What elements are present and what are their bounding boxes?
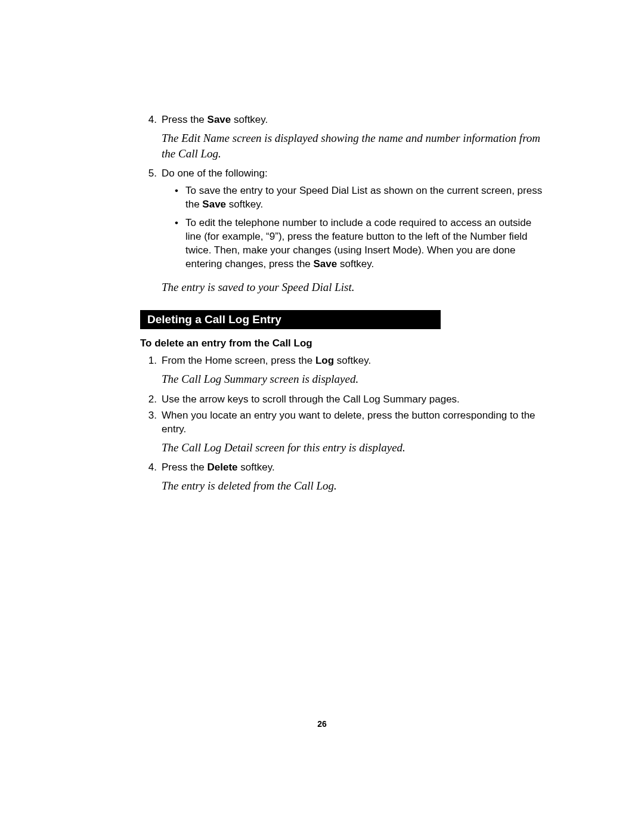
del-step-4: 4. Press the Delete softkey.: [140, 461, 543, 475]
step-4-number: 4.: [140, 113, 162, 127]
section-heading-delete-call-log: Deleting a Call Log Entry: [140, 310, 441, 329]
bullet-edit-b: softkey.: [337, 258, 374, 270]
bullet-save-body: To save the entry to your Speed Dial Lis…: [185, 184, 543, 212]
bullet-dot-icon: •: [175, 216, 185, 271]
bullet-save: • To save the entry to your Speed Dial L…: [162, 184, 543, 212]
bullet-save-bold: Save: [202, 199, 226, 210]
bullet-edit-body: To edit the telephone number to include …: [185, 216, 543, 271]
del-step-4-b: softkey.: [238, 462, 275, 473]
sub-heading-delete: To delete an entry from the Call Log: [140, 337, 543, 349]
step-4-bold: Save: [208, 114, 231, 125]
del-step-4-bold: Delete: [208, 462, 238, 473]
step-4-text-a: Press the: [162, 114, 208, 125]
del-step-2-body: Use the arrow keys to scroll through the…: [162, 393, 543, 407]
page-number: 26: [0, 719, 644, 729]
step-4-text-b: softkey.: [231, 114, 268, 125]
document-page: 4. Press the Save softkey. The Edit Name…: [0, 0, 644, 494]
step-4-body: Press the Save softkey.: [162, 113, 543, 127]
bullet-dot-icon: •: [175, 184, 185, 212]
del-step-4-a: Press the: [162, 462, 208, 473]
del-step-3-body: When you locate an entry you want to del…: [162, 409, 543, 436]
detail-note: The Call Log Detail screen for this entr…: [162, 440, 543, 456]
del-step-1: 1. From the Home screen, press the Log s…: [140, 354, 543, 368]
bullet-edit: • To edit the telephone number to includ…: [162, 216, 543, 271]
del-step-1-body: From the Home screen, press the Log soft…: [162, 354, 543, 368]
step-5: 5. Do one of the following: • To save th…: [140, 167, 543, 276]
del-step-1-bold: Log: [315, 355, 334, 366]
step-5-bullets: • To save the entry to your Speed Dial L…: [162, 184, 543, 271]
step-4: 4. Press the Save softkey.: [140, 113, 543, 127]
del-step-1-number: 1.: [140, 354, 162, 368]
del-step-4-number: 4.: [140, 461, 162, 475]
del-step-1-a: From the Home screen, press the: [162, 355, 315, 366]
bullet-save-b: softkey.: [226, 199, 263, 210]
saved-note: The entry is saved to your Speed Dial Li…: [162, 280, 543, 295]
del-step-2: 2. Use the arrow keys to scroll through …: [140, 393, 543, 407]
del-step-3-number: 3.: [140, 409, 162, 436]
del-step-2-number: 2.: [140, 393, 162, 407]
del-step-4-body: Press the Delete softkey.: [162, 461, 543, 475]
edit-name-note: The Edit Name screen is displayed showin…: [162, 131, 543, 161]
del-step-3: 3. When you locate an entry you want to …: [140, 409, 543, 436]
summary-note: The Call Log Summary screen is displayed…: [162, 371, 543, 387]
del-step-1-b: softkey.: [334, 355, 371, 366]
step-5-number: 5.: [140, 167, 162, 276]
bullet-edit-bold: Save: [314, 258, 338, 270]
step-5-body: Do one of the following: • To save the e…: [162, 167, 543, 276]
deleted-note: The entry is deleted from the Call Log.: [162, 478, 543, 494]
step-5-text: Do one of the following:: [162, 168, 268, 179]
